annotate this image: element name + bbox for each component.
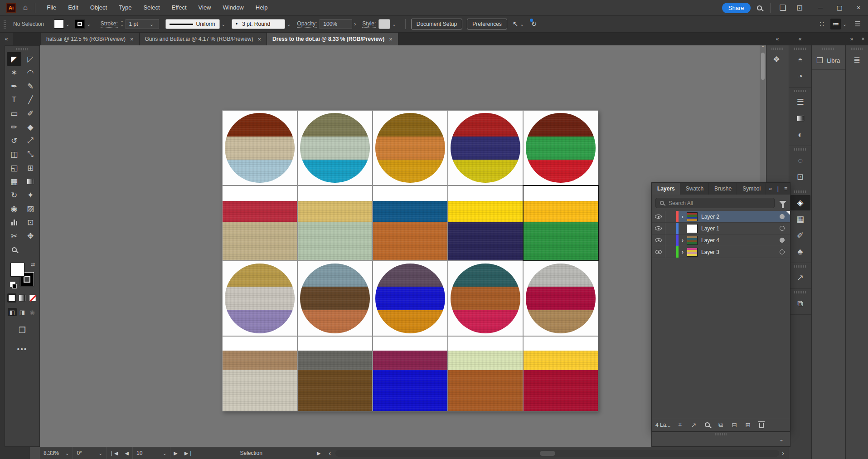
zoom-level-select[interactable]: 8.33% ⌄ — [40, 447, 73, 459]
expand-chevron-icon[interactable]: › — [679, 249, 687, 255]
collect-for-export-button[interactable]: ⌗ — [674, 421, 686, 429]
drag-handle[interactable] — [715, 433, 727, 435]
expand-chevron-icon[interactable]: › — [679, 213, 687, 220]
card-r4-c2[interactable] — [298, 337, 372, 411]
drag-handle[interactable] — [794, 291, 807, 293]
drag-handle[interactable] — [794, 190, 807, 193]
edit-toolbar-icon[interactable]: ••• — [17, 345, 28, 353]
panel-tab-symbol[interactable]: Symbol — [737, 183, 766, 195]
pen-tool[interactable]: ✒ — [7, 79, 21, 93]
menu-type[interactable]: Type — [113, 0, 137, 15]
make-clipping-mask-button[interactable]: ⧉ — [715, 421, 727, 429]
menu-view[interactable]: View — [193, 0, 217, 15]
opacity-input[interactable]: 100% — [320, 19, 352, 29]
chevron-down-icon[interactable]: ⌄ — [287, 22, 291, 27]
layer-row[interactable]: ›Layer 3 — [652, 246, 790, 258]
style-swatch[interactable] — [378, 19, 390, 29]
properties-panel-icon[interactable]: ≣ — [847, 52, 867, 68]
menu-object[interactable]: Object — [84, 0, 113, 15]
card-r4-c3[interactable] — [373, 337, 447, 411]
scroll-up-icon[interactable]: ⌃ — [761, 45, 765, 52]
lock-cell[interactable] — [665, 211, 676, 222]
scrollbar-thumb[interactable] — [540, 451, 555, 456]
visibility-toggle[interactable] — [652, 223, 665, 234]
panel-tab-layers[interactable]: Layers — [652, 183, 680, 195]
drag-handle[interactable] — [794, 48, 807, 50]
drag-handle[interactable] — [822, 48, 835, 50]
scroll-left-icon[interactable]: ‹ — [329, 449, 331, 457]
draw-inside-button[interactable]: ◉ — [28, 308, 37, 316]
panel-menu-icon[interactable]: ≡ — [781, 183, 790, 195]
blend-tool[interactable]: ◉ — [7, 202, 21, 215]
menu-file[interactable]: File — [41, 0, 62, 15]
perspective-grid-tool[interactable]: ⊞ — [23, 161, 38, 175]
workspace-switcher-icon[interactable]: ⊡ — [796, 3, 803, 13]
menu-select[interactable]: Select — [137, 0, 165, 15]
layer-row-main[interactable]: ›Layer 2 — [676, 211, 790, 222]
fill-color-control[interactable]: ⌄ — [54, 20, 71, 29]
lock-cell[interactable] — [665, 223, 676, 234]
card-r3-c1[interactable] — [223, 261, 297, 336]
line-segment-tool[interactable]: ╱ — [23, 93, 38, 107]
drag-handle[interactable] — [771, 48, 784, 50]
scale-tool[interactable]: ⤢ — [23, 134, 38, 147]
visibility-toggle[interactable] — [652, 211, 665, 222]
target-circle[interactable] — [780, 249, 785, 254]
close-icon[interactable]: × — [257, 36, 261, 43]
artboard-tool[interactable]: ⊡ — [23, 215, 38, 229]
three-d-materials-panel-icon[interactable]: ❖ — [766, 52, 786, 67]
panel-list-icon[interactable]: ☰ — [855, 20, 861, 28]
default-fill-stroke-icon[interactable] — [10, 282, 15, 287]
expand-dock-icon[interactable]: » — [845, 33, 858, 45]
arrange-documents-icon[interactable]: ❏ — [780, 3, 786, 13]
rotation-select[interactable]: 0° ⌄ — [73, 447, 106, 459]
layer-row-main[interactable]: Layer 1 — [676, 223, 790, 234]
card-r2-c3[interactable] — [373, 186, 447, 260]
brushes-panel-icon[interactable]: ✐ — [790, 228, 810, 243]
card-r3-c3[interactable] — [373, 261, 447, 336]
stroke-color-control[interactable]: ⌄ — [75, 20, 92, 29]
maximize-button[interactable]: ▢ — [830, 0, 849, 15]
color-button[interactable] — [7, 293, 16, 303]
reset-rotate-view-icon[interactable]: ↻ — [531, 20, 537, 28]
chevron-down-icon[interactable]: ⌄ — [87, 22, 90, 27]
card-r1-c3[interactable] — [373, 111, 447, 185]
card-r4-c4[interactable] — [448, 337, 523, 411]
close-dock-icon[interactable]: × — [858, 33, 868, 45]
zoom-tool[interactable] — [7, 243, 21, 256]
hand-tool[interactable]: ✥ — [23, 229, 38, 243]
close-icon[interactable]: × — [130, 36, 134, 43]
panel-tab-swatch[interactable]: Swatch — [680, 183, 709, 195]
card-r2-c2[interactable] — [298, 186, 372, 260]
opacity-label[interactable]: Opacity: — [297, 20, 317, 28]
shape-builder-tool[interactable]: ◱ — [7, 161, 21, 175]
rotate-view-tool[interactable]: ↻ — [7, 188, 21, 202]
target-circle[interactable] — [780, 214, 785, 219]
document-setup-button[interactable]: Document Setup — [411, 19, 462, 29]
stroke-label[interactable]: Stroke: — [101, 20, 118, 28]
opacity-expand-icon[interactable]: › — [354, 21, 356, 27]
width-tool[interactable]: ◫ — [7, 147, 21, 161]
layer-row-main[interactable]: ›Layer 3 — [676, 246, 790, 258]
artboard-number-select[interactable]: 10 ⌄ — [132, 447, 170, 459]
transparency-panel-icon[interactable]: ◐ — [790, 127, 810, 142]
smooth-options-panel-icon[interactable]: ◌ — [790, 153, 810, 168]
symbols-panel-icon[interactable]: ♣ — [790, 244, 810, 259]
lock-cell[interactable] — [665, 234, 676, 246]
eyedropper-tool[interactable]: ✦ — [23, 188, 38, 202]
locate-object-button[interactable] — [701, 422, 713, 427]
swap-fill-stroke-icon[interactable]: ⇄ — [31, 262, 35, 268]
stroke-weight-stepper[interactable]: ⌃⌄ — [121, 21, 124, 27]
color-panel-icon[interactable]: ◓ — [790, 52, 810, 68]
fill-swatch[interactable] — [54, 20, 64, 29]
swatches-panel-icon[interactable]: ▦ — [790, 211, 810, 227]
export-panel-icon[interactable]: ↗ — [790, 270, 810, 285]
new-sublayer-button[interactable]: ⊟ — [728, 421, 740, 429]
target-circle[interactable] — [780, 226, 785, 231]
delete-layer-button[interactable] — [756, 421, 767, 428]
drag-handle[interactable] — [794, 90, 807, 92]
type-tool[interactable]: T — [7, 93, 21, 107]
visibility-toggle[interactable] — [652, 234, 665, 246]
document-tab[interactable]: Dress to the dot.ai @ 8.33 % (RGB/Previe… — [267, 33, 398, 45]
rotate-tool[interactable]: ↺ — [7, 134, 21, 147]
